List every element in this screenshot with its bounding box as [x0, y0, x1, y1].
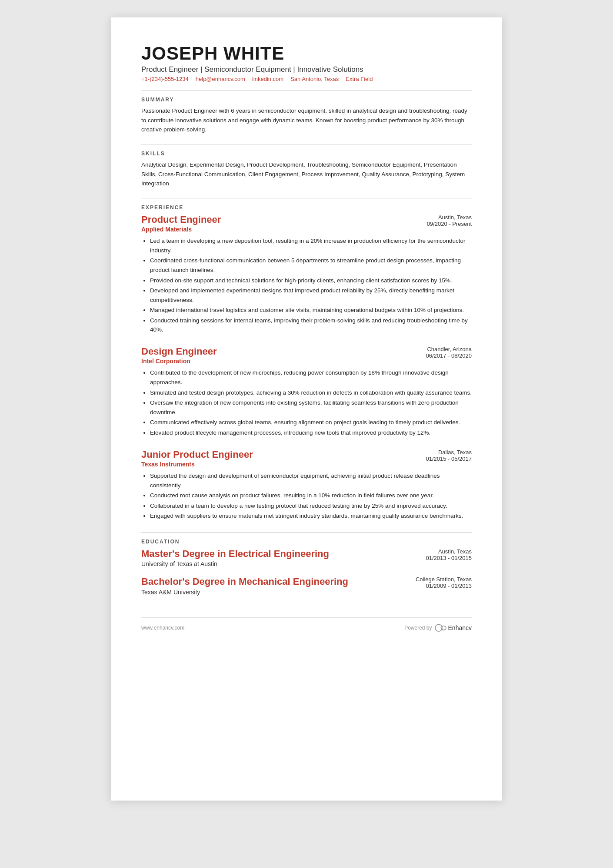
footer-powered: Powered by Enhancv	[404, 624, 472, 632]
edu-right-1: Austin, Texas 01/2013 - 01/2015	[426, 548, 472, 561]
education-section: EDUCATION Master's Degree in Electrical …	[141, 539, 472, 596]
contact-email: help@enhancv.com	[196, 76, 245, 82]
job-title-left-2: Design Engineer Intel Corporation	[141, 346, 217, 368]
powered-by-text: Powered by	[404, 625, 432, 631]
job-entry-2: Design Engineer Intel Corporation Chandl…	[141, 346, 472, 438]
job-entry-1: Product Engineer Applied Materials Austi…	[141, 214, 472, 335]
edu-school-1: University of Texas at Austin	[141, 560, 329, 567]
job-title-1: Product Engineer	[141, 214, 221, 225]
contact-extra: Extra Field	[346, 76, 373, 82]
summary-text: Passionate Product Engineer with 6 years…	[141, 106, 472, 134]
bullet-2-3: Oversaw the integration of new component…	[150, 398, 472, 417]
experience-divider	[141, 532, 472, 533]
footer: www.enhancv.com Powered by Enhancv	[141, 617, 472, 632]
skills-divider	[141, 198, 472, 198]
job-dates-2: 06/2017 - 08/2020	[426, 352, 472, 359]
summary-divider	[141, 144, 472, 144]
bullet-2-1: Contributed to the development of new mi…	[150, 368, 472, 387]
edu-left-2: Bachelor's Degree in Mechanical Engineer…	[141, 576, 348, 595]
contact-linkedin: linkedin.com	[252, 76, 283, 82]
job-header-3: Junior Product Engineer Texas Instrument…	[141, 449, 472, 471]
job-dates-3: 01/2015 - 05/2017	[426, 456, 472, 462]
job-bullets-3: Supported the design and development of …	[150, 471, 472, 521]
job-company-1: Applied Materials	[141, 226, 221, 233]
job-location-1: Austin, Texas	[438, 214, 472, 221]
enhancv-logo-icon	[435, 624, 447, 632]
edu-degree-1: Master's Degree in Electrical Engineerin…	[141, 548, 329, 560]
skills-text: Analytical Design, Experimental Design, …	[141, 160, 472, 188]
bullet-2-4: Communicated effectively across global t…	[150, 418, 472, 427]
footer-url: www.enhancv.com	[141, 625, 184, 631]
job-right-2: Chandler, Arizona 06/2017 - 08/2020	[426, 346, 472, 359]
job-header-2: Design Engineer Intel Corporation Chandl…	[141, 346, 472, 368]
bullet-1-6: Conducted training sessions for internal…	[150, 316, 472, 335]
experience-section: EXPERIENCE Product Engineer Applied Mate…	[141, 204, 472, 521]
edu-dates-2: 01/2009 - 01/2013	[426, 583, 472, 589]
job-right-3: Dallas, Texas 01/2015 - 05/2017	[426, 449, 472, 462]
bullet-1-4: Developed and implemented experimental d…	[150, 286, 472, 305]
edu-entry-1: Master's Degree in Electrical Engineerin…	[141, 548, 472, 567]
bullet-1-3: Provided on-site support and technical s…	[150, 276, 472, 285]
job-title-left-3: Junior Product Engineer Texas Instrument…	[141, 449, 253, 471]
job-company-2: Intel Corporation	[141, 358, 217, 365]
contact-location: San Antonio, Texas	[290, 76, 339, 82]
experience-label: EXPERIENCE	[141, 204, 472, 211]
bullet-3-2: Conducted root cause analysis on product…	[150, 491, 472, 500]
edu-right-2: College Station, Texas 01/2009 - 01/2013	[416, 576, 472, 589]
bullet-1-2: Coordinated cross-functional communicati…	[150, 256, 472, 275]
skills-label: SKILLS	[141, 151, 472, 157]
skills-section: SKILLS Analytical Design, Experimental D…	[141, 151, 472, 188]
edu-school-2: Texas A&M University	[141, 589, 348, 596]
job-company-3: Texas Instruments	[141, 461, 253, 468]
header: JOSEPH WHITE Product Engineer | Semicond…	[141, 44, 472, 82]
bullet-2-2: Simulated and tested design prototypes, …	[150, 388, 472, 398]
candidate-name: JOSEPH WHITE	[141, 44, 472, 64]
contact-phone: +1-(234)-555-1234	[141, 76, 189, 82]
enhancv-logo: Enhancv	[435, 624, 472, 632]
job-title-2: Design Engineer	[141, 346, 217, 357]
bullet-1-5: Managed international travel logistics a…	[150, 305, 472, 315]
contact-row: +1-(234)-555-1234 help@enhancv.com linke…	[141, 76, 472, 82]
edu-entry-2: Bachelor's Degree in Mechanical Engineer…	[141, 576, 472, 595]
edu-header-2: Bachelor's Degree in Mechanical Engineer…	[141, 576, 472, 595]
bullet-3-1: Supported the design and development of …	[150, 471, 472, 490]
edu-left-1: Master's Degree in Electrical Engineerin…	[141, 548, 329, 567]
bullet-2-5: Elevated product lifecycle management pr…	[150, 428, 472, 438]
edu-degree-2: Bachelor's Degree in Mechanical Engineer…	[141, 576, 348, 587]
job-location-2: Chandler, Arizona	[427, 346, 472, 352]
candidate-title: Product Engineer | Semiconductor Equipme…	[141, 65, 472, 74]
edu-location-1: Austin, Texas	[438, 548, 472, 555]
bullet-3-3: Collaborated in a team to develop a new …	[150, 501, 472, 511]
edu-dates-1: 01/2013 - 01/2015	[426, 555, 472, 561]
resume-page: JOSEPH WHITE Product Engineer | Semicond…	[111, 17, 502, 801]
job-header-1: Product Engineer Applied Materials Austi…	[141, 214, 472, 236]
job-bullets-2: Contributed to the development of new mi…	[150, 368, 472, 437]
bullet-1-1: Led a team in developing a new depositio…	[150, 236, 472, 255]
job-dates-1: 09/2020 - Present	[427, 221, 472, 227]
summary-label: SUMMARY	[141, 97, 472, 103]
job-entry-3: Junior Product Engineer Texas Instrument…	[141, 449, 472, 521]
header-divider	[141, 90, 472, 90]
job-bullets-1: Led a team in developing a new depositio…	[150, 236, 472, 335]
summary-section: SUMMARY Passionate Product Engineer with…	[141, 97, 472, 134]
job-title-3: Junior Product Engineer	[141, 449, 253, 460]
enhancv-brand-name: Enhancv	[448, 624, 472, 631]
bullet-3-4: Engaged with suppliers to ensure materia…	[150, 511, 472, 521]
job-title-left-1: Product Engineer Applied Materials	[141, 214, 221, 236]
job-right-1: Austin, Texas 09/2020 - Present	[427, 214, 472, 227]
education-label: EDUCATION	[141, 539, 472, 545]
job-location-3: Dallas, Texas	[438, 449, 472, 456]
edu-location-2: College Station, Texas	[416, 576, 472, 583]
edu-header-1: Master's Degree in Electrical Engineerin…	[141, 548, 472, 567]
